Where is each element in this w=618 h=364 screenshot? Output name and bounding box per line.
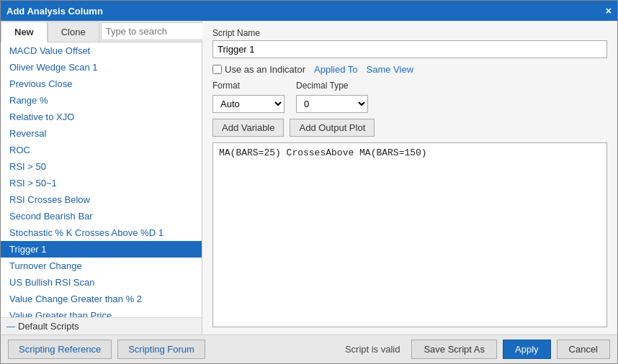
scripting-reference-button[interactable]: Scripting Reference xyxy=(8,340,112,359)
tab-new[interactable]: New xyxy=(1,22,48,42)
tab-clone[interactable]: Clone xyxy=(48,22,99,42)
indicator-checkbox[interactable] xyxy=(212,65,222,74)
decimal-type-label: Decimal Type xyxy=(296,81,368,91)
list-item[interactable]: Relative to XJO xyxy=(1,109,202,125)
list-item[interactable]: ROC xyxy=(1,142,202,158)
list-item[interactable]: Turnover Change xyxy=(1,258,202,274)
add-variable-button[interactable]: Add Variable xyxy=(212,119,284,137)
titlebar: Add Analysis Column × xyxy=(1,1,617,21)
collapse-icon: — xyxy=(6,322,15,332)
indicator-row: Use as an Indicator Applied To Same View xyxy=(212,64,607,75)
same-view-link[interactable]: Same View xyxy=(367,64,414,75)
dialog: Add Analysis Column × New Clone MACD Val… xyxy=(0,0,618,364)
script-list: MACD Value OffsetOliver Wedge Scan 1Prev… xyxy=(1,42,202,317)
applied-to-link[interactable]: Applied To xyxy=(314,64,357,75)
decimal-type-col: Decimal Type 0 xyxy=(296,81,368,113)
cancel-button[interactable]: Cancel xyxy=(557,340,610,359)
save-script-as-button[interactable]: Save Script As xyxy=(411,340,497,359)
status-text: Script is valid xyxy=(345,344,400,355)
list-item[interactable]: Range % xyxy=(1,92,202,109)
indicator-label-text: Use as an Indicator xyxy=(225,64,305,75)
default-scripts-label: Default Scripts xyxy=(18,321,79,332)
list-item[interactable]: Value Change Greater than % 2 xyxy=(1,291,202,307)
list-item[interactable]: Stochastic % K Crosses Above %D 1 xyxy=(1,224,202,241)
list-item[interactable]: RSI Crosses Below xyxy=(1,191,202,208)
list-item[interactable]: Previous Close xyxy=(1,76,202,92)
decimal-type-select[interactable]: 0 xyxy=(296,95,368,113)
list-item[interactable]: Oliver Wedge Scan 1 xyxy=(1,59,202,76)
apply-button[interactable]: Apply xyxy=(503,340,551,359)
btn-row: Add Variable Add Output Plot xyxy=(212,119,607,137)
close-icon[interactable]: × xyxy=(606,6,612,16)
format-row: Format Auto Decimal Type 0 xyxy=(212,81,607,113)
list-item[interactable]: RSI > 50 xyxy=(1,158,202,175)
list-item[interactable]: US Bullish RSI Scan xyxy=(1,274,202,291)
default-scripts-header: — Default Scripts xyxy=(1,317,202,335)
format-col: Format Auto xyxy=(212,81,285,113)
list-item[interactable]: RSI > 50~1 xyxy=(1,175,202,191)
format-label: Format xyxy=(212,81,285,91)
right-panel: Script Name Use as an Indicator Applied … xyxy=(202,21,617,335)
code-editor[interactable] xyxy=(212,142,607,327)
list-item[interactable]: Trigger 1 xyxy=(1,241,202,258)
list-item[interactable]: Second Bearish Bar xyxy=(1,208,202,224)
format-select[interactable]: Auto xyxy=(212,95,285,113)
indicator-checkbox-label[interactable]: Use as an Indicator xyxy=(212,64,305,75)
dialog-title: Add Analysis Column xyxy=(6,6,103,17)
add-output-plot-button[interactable]: Add Output Plot xyxy=(290,119,375,137)
list-item[interactable]: Reversal xyxy=(1,125,202,142)
tab-bar-row: New Clone xyxy=(1,21,202,42)
bottom-bar: Scripting Reference Scripting Forum Scri… xyxy=(1,335,617,363)
content-area: New Clone MACD Value OffsetOliver Wedge … xyxy=(1,21,617,335)
list-item[interactable]: Value Greater than Price xyxy=(1,307,202,317)
scripting-forum-button[interactable]: Scripting Forum xyxy=(117,340,205,359)
script-name-input[interactable] xyxy=(212,40,607,58)
left-panel: New Clone MACD Value OffsetOliver Wedge … xyxy=(1,21,202,335)
script-name-label: Script Name xyxy=(212,28,607,38)
list-item[interactable]: MACD Value Offset xyxy=(1,42,202,59)
